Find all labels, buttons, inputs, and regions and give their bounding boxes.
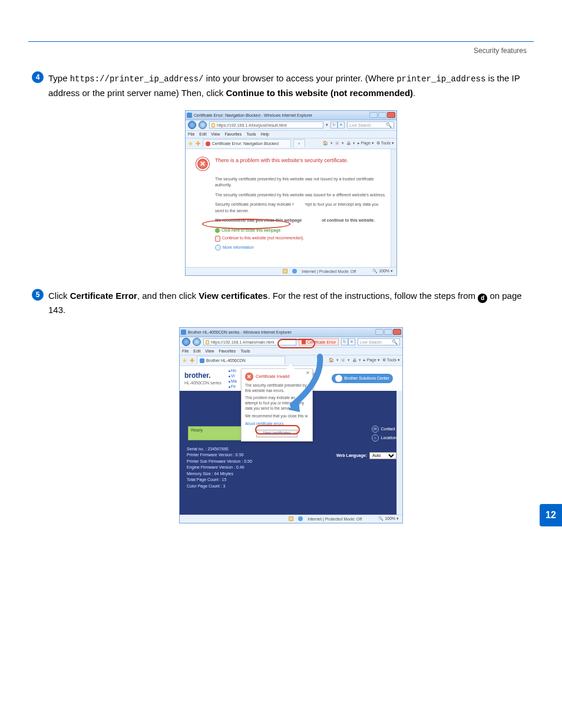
forward-button[interactable]: [199, 121, 207, 129]
web-language-select[interactable]: Auto: [369, 452, 396, 459]
refresh-button[interactable]: ↻: [341, 338, 348, 345]
bold: Continue to this website (not recommende…: [226, 88, 414, 98]
step-5: 5 Click Certificate Error, and then clic…: [48, 289, 534, 317]
scrollbar[interactable]: [391, 149, 396, 267]
continue-link[interactable]: Continue to this website (not recommende…: [215, 235, 386, 242]
forward-button[interactable]: [193, 338, 201, 346]
favorites-star-icon[interactable]: ★: [188, 140, 193, 147]
add-favorite-icon[interactable]: ✚: [190, 357, 194, 364]
back-button[interactable]: [182, 338, 190, 346]
menu-file[interactable]: File: [182, 349, 189, 353]
print-icon[interactable]: 🖶: [346, 141, 351, 146]
nav-links[interactable]: Ho Vi Ma Fir: [229, 368, 237, 389]
tab-error-icon: [206, 141, 210, 146]
zoom-level[interactable]: 🔍 100% ▾: [378, 516, 399, 521]
menu-tools[interactable]: Tools: [246, 132, 256, 136]
minimize-button[interactable]: [375, 329, 384, 335]
minimize-button[interactable]: [369, 112, 378, 118]
page-header: Security features: [0, 47, 527, 55]
url-text: https://192.168.1.4/main/main.html: [211, 340, 274, 344]
text: into your browser to access your printer…: [204, 73, 397, 83]
popup-title: Certificate Invalid: [256, 374, 290, 380]
window-title: Brother HL-4050CDN series - Windows Inte…: [188, 330, 292, 334]
shield-error-icon: ✕: [196, 157, 209, 170]
contact-link[interactable]: Contact: [381, 427, 395, 431]
code: printer_ip_address: [396, 74, 485, 84]
callout-oval: [202, 219, 290, 229]
new-tab-button[interactable]: ▾: [293, 139, 305, 147]
printer-info: Serial no. : 234567890 Printer Firmware …: [187, 446, 252, 490]
menu-help[interactable]: Help: [261, 132, 269, 136]
window-title: Certificate Error: Navigation Blocked - …: [194, 113, 312, 117]
step-badge-4: 4: [32, 71, 44, 83]
scrollbar[interactable]: [396, 391, 402, 515]
search-icon[interactable]: 🔍: [392, 340, 398, 345]
cert-error-heading: There is a problem with this website's s…: [215, 157, 348, 163]
page-menu[interactable]: ▸ Page ▾: [358, 141, 374, 146]
close-button[interactable]: [387, 112, 395, 118]
close-button[interactable]: [393, 329, 401, 335]
menu-favorites[interactable]: Favorites: [224, 132, 242, 136]
browser-tab[interactable]: Certificate Error: Navigation Blocked: [203, 139, 291, 147]
stop-button[interactable]: ✕: [338, 121, 345, 129]
popup-text: We recommend that you close this w: [245, 414, 309, 419]
text: Type: [48, 73, 70, 83]
menu-view[interactable]: View: [205, 349, 214, 353]
refresh-button[interactable]: ↻: [330, 121, 338, 129]
lock-icon: [211, 123, 215, 127]
callout-arrow-icon: [288, 353, 329, 412]
tools-menu[interactable]: ⚙ Tools ▾: [376, 141, 394, 146]
screenshot-brother-admin: Brother HL-4050CDN series - Windows Inte…: [179, 327, 403, 523]
menu-view[interactable]: View: [211, 132, 220, 136]
step-badge-5: 5: [32, 289, 44, 301]
search-box[interactable]: Live Search 🔍: [358, 338, 400, 345]
chapter-tab: 12: [540, 504, 562, 526]
model-label: HL-4050CDN series: [184, 381, 222, 385]
feeds-icon[interactable]: ▣: [335, 141, 339, 146]
maximize-button[interactable]: [378, 112, 386, 118]
solutions-center-button[interactable]: Brother Solutions Center: [332, 374, 393, 383]
search-icon[interactable]: 🔍: [386, 123, 392, 128]
contact-icon[interactable]: ✉: [372, 426, 379, 433]
zoom-level[interactable]: 🔍 100% ▾: [372, 269, 393, 274]
bold: Certificate Error: [70, 291, 137, 301]
add-favorite-icon[interactable]: ✚: [196, 140, 200, 147]
back-button[interactable]: [188, 121, 196, 129]
search-placeholder: Live Search: [349, 123, 371, 127]
menu-file[interactable]: File: [188, 132, 194, 136]
text: . For the rest of the instructions, foll…: [267, 291, 478, 301]
search-placeholder: Live Search: [360, 340, 382, 344]
callout-oval: [255, 425, 300, 434]
menu-edit[interactable]: Edit: [199, 132, 206, 136]
code: https://printer_ip_address/: [70, 74, 204, 84]
screenshot-cert-error: Certificate Error: Navigation Blocked - …: [185, 110, 397, 276]
text: , and then click: [137, 291, 199, 301]
status-zone: Internet | Protected Mode: Off: [308, 517, 362, 521]
browser-tab[interactable]: Brother HL-4050CDN: [197, 356, 285, 364]
step-4: 4 Type https://printer_ip_address/ into …: [48, 71, 534, 100]
stop-button[interactable]: ✕: [348, 338, 355, 345]
status-ready: Ready: [188, 426, 247, 440]
address-bar[interactable]: https://192.168.1.4/bio/post/result.html: [209, 121, 323, 129]
location-icon[interactable]: ⌂: [372, 434, 379, 442]
menu-favorites[interactable]: Favorites: [219, 349, 236, 353]
text: .: [413, 88, 415, 98]
feeds-icon[interactable]: ▣: [341, 358, 345, 363]
menu-tools[interactable]: Tools: [240, 349, 250, 353]
more-info-link[interactable]: More information: [215, 245, 386, 251]
tools-menu[interactable]: ⚙ Tools ▾: [382, 358, 400, 363]
maximize-button[interactable]: [384, 329, 392, 335]
menu-bar: File Edit View Favorites Tools Help: [186, 131, 396, 139]
tab-label: Brother HL-4050CDN: [206, 358, 246, 363]
callout-oval: [277, 339, 315, 348]
location-link[interactable]: Location: [381, 436, 396, 440]
step-ref-badge: d: [478, 294, 487, 303]
ssl-icon: [289, 516, 293, 521]
page-menu[interactable]: ▸ Page ▾: [363, 358, 380, 363]
print-icon[interactable]: 🖶: [352, 358, 356, 363]
menu-edit[interactable]: Edit: [193, 349, 200, 353]
favorites-star-icon[interactable]: ★: [182, 357, 187, 364]
search-box[interactable]: Live Search 🔍: [347, 121, 394, 129]
home-icon[interactable]: 🏠: [323, 141, 328, 146]
text: Click: [48, 291, 70, 301]
